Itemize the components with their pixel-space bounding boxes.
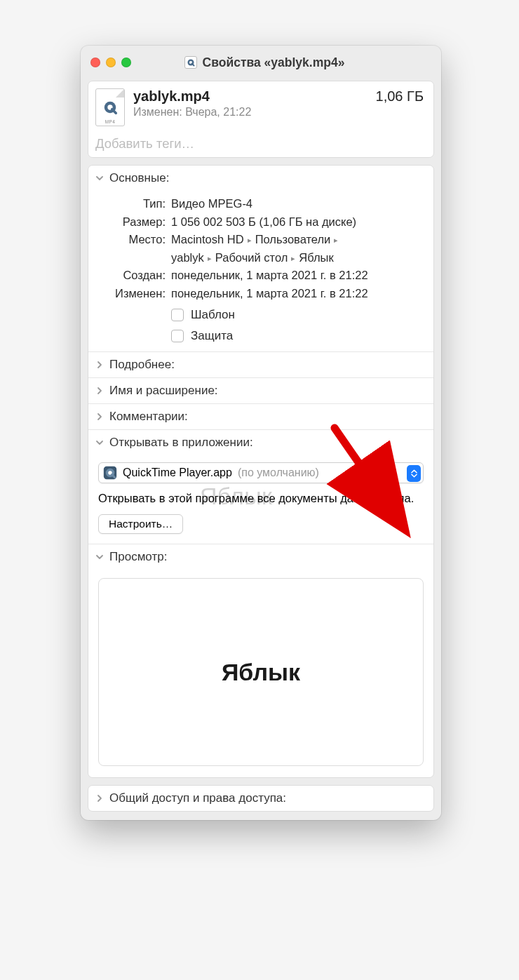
chevron-right-icon	[95, 387, 104, 395]
quicktime-icon	[184, 56, 197, 69]
file-size: 1,06 ГБ	[376, 88, 424, 105]
section-body-open-with: QuickTime Player.app (по умолчанию) Откр…	[88, 455, 433, 544]
file-modified-short: Изменен: Вчера, 21:22	[133, 106, 368, 119]
file-name: yablyk.mp4	[133, 88, 368, 105]
label-where: Место:	[98, 231, 166, 249]
value-created: понедельник, 1 марта 2021 г. в 21:22	[171, 267, 424, 285]
preview-thumbnail[interactable]: Яблык	[98, 578, 424, 766]
section-title: Комментарии:	[109, 410, 188, 424]
section-title: Основные:	[109, 171, 169, 185]
section-title: Подробнее:	[109, 358, 175, 372]
section-header-more[interactable]: Подробнее:	[88, 351, 433, 377]
value-where: Macintosh HD▸Пользователи▸	[171, 231, 424, 249]
section-title: Общий доступ и права доступа:	[109, 791, 286, 805]
section-header-comments[interactable]: Комментарии:	[88, 403, 433, 429]
open-with-select[interactable]: QuickTime Player.app (по умолчанию)	[98, 462, 424, 483]
section-header-open-with[interactable]: Открывать в приложении:	[88, 429, 433, 455]
change-all-button[interactable]: Настроить…	[98, 514, 183, 534]
open-with-default-suffix: (по умолчанию)	[238, 466, 319, 479]
value-modified: понедельник, 1 марта 2021 г. в 21:22	[171, 285, 424, 303]
checkbox-icon	[171, 309, 184, 321]
get-info-window: Свойства «yablyk.mp4» MP4 yablyk.mp4 Изм…	[81, 46, 441, 820]
quicktime-icon	[102, 100, 118, 115]
file-extension-badge: MP4	[105, 119, 116, 124]
section-title: Имя и расширение:	[109, 384, 218, 398]
window-title: Свойства «yablyk.mp4»	[203, 55, 345, 70]
chevron-right-icon	[95, 361, 104, 369]
titlebar: Свойства «yablyk.mp4»	[81, 46, 441, 79]
open-with-app: QuickTime Player.app	[123, 466, 232, 479]
tags-input[interactable]: Добавить теги…	[95, 136, 424, 152]
section-header-sharing[interactable]: Общий доступ и права доступа:	[88, 786, 433, 811]
open-with-description: Открывать в этой программе все документы…	[98, 490, 424, 507]
section-title: Просмотр:	[109, 550, 167, 564]
info-panels: Основные: Тип:Видео MPEG-4 Размер:1 056 …	[88, 165, 434, 778]
sharing-panel: Общий доступ и права доступа:	[88, 785, 434, 812]
checkbox-locked[interactable]: Защита	[171, 329, 424, 343]
section-body-preview: Яблык	[88, 570, 433, 777]
chevron-right-icon	[95, 794, 104, 803]
section-header-name-ext[interactable]: Имя и расширение:	[88, 377, 433, 403]
chevron-right-icon	[95, 412, 104, 421]
preview-text: Яблык	[222, 659, 300, 686]
checkbox-stationery[interactable]: Шаблон	[171, 308, 424, 322]
label-created: Создан:	[98, 267, 166, 285]
chevron-down-icon	[95, 174, 104, 182]
checkbox-label: Защита	[191, 329, 233, 343]
section-header-preview[interactable]: Просмотр:	[88, 544, 433, 570]
popup-arrows-icon	[407, 465, 421, 482]
checkbox-icon	[171, 330, 184, 342]
value-kind: Видео MPEG-4	[171, 195, 424, 213]
file-summary: MP4 yablyk.mp4 Изменен: Вчера, 21:22 1,0…	[88, 81, 434, 158]
section-title: Открывать в приложении:	[109, 436, 253, 450]
section-body-general: Тип:Видео MPEG-4 Размер:1 056 002 503 Б …	[88, 191, 433, 351]
label-size: Размер:	[98, 213, 166, 231]
checkbox-label: Шаблон	[191, 308, 235, 322]
value-where-cont: yablyk▸Рабочий стол▸Яблык	[171, 249, 424, 267]
value-size: 1 056 002 503 Б (1,06 ГБ на диске)	[171, 213, 424, 231]
label-modified: Изменен:	[98, 285, 166, 303]
chevron-down-icon	[95, 438, 104, 447]
label-kind: Тип:	[98, 195, 166, 213]
section-header-general[interactable]: Основные:	[88, 166, 433, 191]
file-icon: MP4	[95, 88, 125, 126]
quicktime-icon	[103, 466, 117, 480]
chevron-down-icon	[95, 553, 104, 561]
